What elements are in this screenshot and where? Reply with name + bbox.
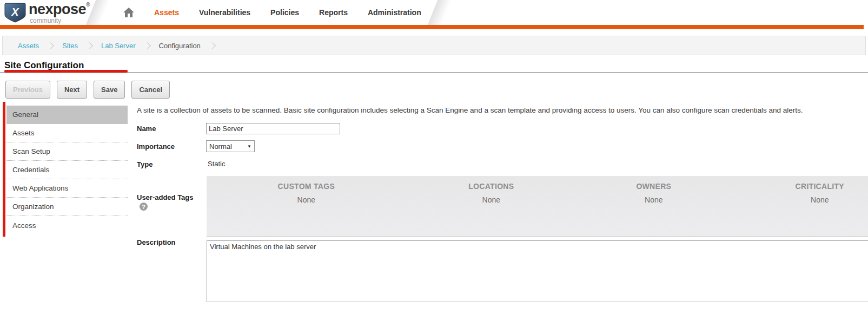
breadcrumb-lab-server[interactable]: Lab Server bbox=[101, 42, 136, 50]
column-header: CRITICALITY bbox=[731, 182, 868, 191]
accent-bar bbox=[0, 25, 864, 29]
main-nav: Assets Vulnerabilities Policies Reports … bbox=[123, 0, 421, 25]
wizard-toolbar: Previous Next Save Cancel bbox=[5, 81, 170, 99]
nav-item-assets[interactable]: Assets bbox=[154, 8, 179, 17]
column-value: None bbox=[577, 195, 731, 204]
brand-name: nexpose bbox=[29, 1, 86, 17]
svg-text:X: X bbox=[11, 6, 19, 18]
site-name-input[interactable] bbox=[206, 123, 340, 134]
nav-item-administration[interactable]: Administration bbox=[368, 8, 421, 17]
site-type-value: Static bbox=[208, 160, 226, 168]
breadcrumb-sites[interactable]: Sites bbox=[62, 42, 78, 50]
column-value: None bbox=[731, 195, 868, 204]
description-label: Description bbox=[137, 238, 176, 246]
next-button[interactable]: Next bbox=[57, 81, 87, 99]
sidebar-item-organization[interactable]: Organization bbox=[6, 198, 128, 216]
app-header: X nexpose® community Assets Vulnerabilit… bbox=[0, 0, 868, 25]
page-title: Site Configuration bbox=[4, 60, 84, 71]
nav-item-reports[interactable]: Reports bbox=[319, 8, 348, 17]
intro-text: A site is a collection of assets to be s… bbox=[137, 106, 868, 114]
nexpose-shield-icon: X bbox=[4, 2, 26, 23]
cancel-button[interactable]: Cancel bbox=[131, 81, 170, 99]
column-header: LOCATIONS bbox=[406, 182, 577, 191]
importance-label: Importance bbox=[137, 142, 175, 151]
config-sidebar: General Assets Scan Setup Credentials We… bbox=[6, 106, 128, 234]
logo-wordmark: nexpose® community bbox=[29, 2, 90, 24]
previous-button[interactable]: Previous bbox=[5, 81, 50, 99]
column-header: CUSTOM TAGS bbox=[207, 182, 406, 191]
description-textarea[interactable]: Virtual Machines on the lab server bbox=[207, 240, 868, 302]
chevron-right-icon bbox=[144, 42, 151, 49]
name-label: Name bbox=[137, 125, 156, 133]
sidebar-item-scan-setup[interactable]: Scan Setup bbox=[6, 142, 128, 161]
tags-summary-panel: CUSTOM TAGS None LOCATIONS None OWNERS N… bbox=[207, 176, 868, 237]
breadcrumb: Assets Sites Lab Server Configuration bbox=[2, 36, 866, 55]
save-button[interactable]: Save bbox=[94, 81, 125, 99]
registered-mark: ® bbox=[86, 2, 90, 8]
chevron-right-icon bbox=[86, 42, 93, 49]
breadcrumb-assets[interactable]: Assets bbox=[18, 42, 39, 50]
tags-column-owners: OWNERS None bbox=[577, 176, 731, 236]
tags-column-locations: LOCATIONS None bbox=[406, 176, 577, 236]
title-divider bbox=[0, 72, 868, 73]
sidebar-item-credentials[interactable]: Credentials bbox=[6, 161, 128, 179]
sidebar-item-access[interactable]: Access bbox=[6, 216, 128, 234]
annotation-red-vertical-line bbox=[3, 102, 5, 237]
importance-select[interactable]: Normal ▼ bbox=[206, 140, 255, 152]
chevron-right-icon bbox=[47, 42, 54, 49]
site-configuration-page: X nexpose® community Assets Vulnerabilit… bbox=[0, 0, 868, 313]
breadcrumb-configuration: Configuration bbox=[159, 42, 201, 50]
importance-selected-value: Normal bbox=[209, 142, 232, 151]
chevron-down-icon: ▼ bbox=[247, 144, 251, 149]
nav-item-policies[interactable]: Policies bbox=[270, 8, 299, 17]
annotation-red-underline bbox=[4, 70, 128, 73]
tags-column-custom-tags: CUSTOM TAGS None bbox=[207, 176, 406, 236]
column-value: None bbox=[406, 195, 577, 204]
home-icon[interactable] bbox=[123, 7, 134, 18]
nexpose-logo[interactable]: X nexpose® community bbox=[4, 2, 90, 24]
column-value: None bbox=[207, 195, 406, 204]
header-divider-slash bbox=[428, 0, 452, 25]
nav-item-vulnerabilities[interactable]: Vulnerabilities bbox=[199, 8, 250, 17]
user-added-tags-label: User-added Tags bbox=[137, 193, 194, 201]
chevron-right-icon bbox=[209, 42, 216, 49]
sidebar-item-general[interactable]: General bbox=[6, 106, 128, 124]
column-header: OWNERS bbox=[577, 182, 731, 191]
tags-column-criticality: CRITICALITY None bbox=[731, 176, 868, 236]
help-icon[interactable]: ? bbox=[140, 203, 148, 211]
brand-subtitle: community bbox=[30, 17, 90, 24]
type-label: Type bbox=[137, 160, 153, 168]
sidebar-item-web-applications[interactable]: Web Applications bbox=[6, 179, 128, 198]
sidebar-item-assets[interactable]: Assets bbox=[6, 124, 128, 142]
